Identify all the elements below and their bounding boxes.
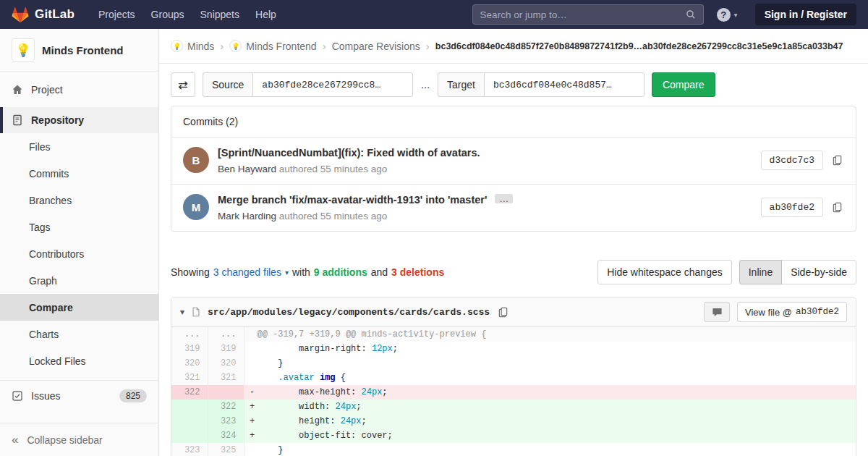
commit-title-link[interactable]: Merge branch 'fix/max-avatar-width-1913'… <box>218 194 487 206</box>
sidebar-item-repository[interactable]: Repository <box>0 107 158 133</box>
diff-sign: + <box>247 414 258 428</box>
copy-sha-button[interactable] <box>830 200 844 214</box>
collapse-diff-caret-icon[interactable]: ▾ <box>180 307 184 317</box>
diff-sign: + <box>247 400 258 414</box>
commit-author-avatar[interactable]: B <box>183 147 209 173</box>
source-ref-dropdown[interactable]: ab30fde28ce267299cc8… <box>252 72 413 97</box>
toggle-comments-button[interactable] <box>704 302 730 322</box>
breadcrumb-link[interactable]: Compare Revisions <box>332 41 420 52</box>
navbar-link[interactable]: Snippets <box>192 1 247 28</box>
project-header[interactable]: 💡 Minds Frontend <box>0 29 158 72</box>
copy-sha-button[interactable] <box>830 153 844 167</box>
navbar-links: Projects Groups Snippets Help <box>90 1 284 28</box>
line-code: } <box>258 445 284 455</box>
diff-line: 322 + width: 24px; <box>171 400 856 414</box>
collapse-sidebar-button[interactable]: « Collapse sidebar <box>0 423 158 456</box>
comment-icon <box>712 307 723 318</box>
breadcrumb-current: bc3d6cdf084e0c48d857f27e0b8489872741f2b9… <box>435 41 843 51</box>
view-file-button[interactable]: View file @ ab30fde2 <box>737 302 847 322</box>
new-line-number[interactable] <box>208 385 244 400</box>
sidebar-subitem[interactable]: Graph <box>0 267 158 294</box>
old-line-number[interactable]: 323 <box>171 443 208 456</box>
sign-in-register-button[interactable]: Sign in / Register <box>755 4 856 25</box>
project-avatar: 💡 <box>12 38 35 62</box>
commit-author-avatar[interactable]: M <box>183 194 209 220</box>
new-line-number[interactable]: 324 <box>208 428 244 443</box>
search-input[interactable] <box>480 9 686 20</box>
project-name: Minds Frontend <box>42 44 124 56</box>
line-code: object-fit: cover; <box>258 431 393 441</box>
line-code: margin-right: 12px; <box>258 344 398 354</box>
new-line-number[interactable]: 322 <box>208 400 244 414</box>
sidebar-subitem[interactable]: Commits <box>0 160 158 187</box>
diff-lines: ... ... @@ -319,7 +319,9 @@ minds-activi… <box>171 327 856 456</box>
sidebar-subitem[interactable]: Contributors <box>0 240 158 267</box>
help-menu[interactable]: ? ▾ <box>717 8 738 22</box>
navbar-link[interactable]: Help <box>247 1 284 28</box>
global-search[interactable] <box>472 4 704 25</box>
old-line-number[interactable] <box>171 400 208 414</box>
line-content: + height: 24px; <box>244 414 856 428</box>
brand-name: GitLab <box>35 7 75 22</box>
side-by-side-view-button[interactable]: Side-by-side <box>781 260 856 284</box>
navbar-link[interactable]: Projects <box>90 1 143 28</box>
old-line-number[interactable] <box>171 414 208 428</box>
breadcrumb-link[interactable]: Minds <box>187 41 214 52</box>
new-line-number[interactable]: 323 <box>208 414 244 428</box>
old-line-number[interactable]: 322 <box>171 385 208 400</box>
deletions-count: 3 deletions <box>391 266 444 278</box>
sidebar-subitem[interactable]: Files <box>0 133 158 160</box>
sidebar-item-issues[interactable]: Issues 825 <box>0 382 158 410</box>
old-line-number[interactable]: 321 <box>171 371 208 385</box>
view-file-sha: ab30fde2 <box>796 307 839 317</box>
breadcrumb-link[interactable]: Minds Frontend <box>246 41 316 52</box>
swap-revisions-button[interactable]: ⇄ <box>171 72 195 97</box>
new-line-number[interactable]: ... <box>208 327 244 342</box>
sidebar-subitem[interactable]: Branches <box>0 187 158 214</box>
sidebar-subitem[interactable]: Compare <box>0 294 158 321</box>
sidebar-divider <box>0 380 158 381</box>
main-content: 💡 Minds › 💡 Minds Frontend › Compare Rev… <box>159 29 868 456</box>
old-line-number[interactable]: 319 <box>171 342 208 356</box>
changed-files-dropdown[interactable]: 3 changed files ▾ <box>213 266 289 278</box>
new-line-number[interactable]: 325 <box>208 443 244 456</box>
new-line-number[interactable]: 321 <box>208 371 244 385</box>
additions-count: 9 additions <box>314 266 367 278</box>
target-ref-dropdown[interactable]: bc3d6cdf084e0c48d857… <box>484 72 644 97</box>
commit-sha-button[interactable]: d3cdc7c3 <box>761 151 823 170</box>
sidebar-subitem[interactable]: Charts <box>0 321 158 347</box>
commit-title-link[interactable]: [Sprint/NuancedNumbat](fix): Fixed width… <box>218 147 480 159</box>
line-content: } <box>244 443 856 456</box>
old-line-number[interactable] <box>171 428 208 443</box>
gitlab-tanuki-icon <box>12 6 29 23</box>
file-icon <box>191 306 201 318</box>
clipboard-icon <box>832 155 843 166</box>
hide-whitespace-button[interactable]: Hide whitespace changes <box>597 260 732 284</box>
expand-commit-description-button[interactable]: … <box>495 194 513 203</box>
old-line-number[interactable]: 320 <box>171 356 208 371</box>
commit-author-link[interactable]: Mark Harding <box>218 211 276 221</box>
copy-file-path-button[interactable] <box>496 305 510 319</box>
search-icon <box>686 9 696 20</box>
navbar-link[interactable]: Groups <box>143 1 192 28</box>
issues-count-badge: 825 <box>119 389 147 402</box>
gitlab-home-link[interactable]: GitLab <box>12 6 75 23</box>
old-line-number[interactable]: ... <box>171 327 208 342</box>
compare-button[interactable]: Compare <box>652 72 715 97</box>
sidebar-item-project[interactable]: Project <box>0 76 158 104</box>
new-line-number[interactable]: 320 <box>208 356 244 371</box>
sidebar-subitem[interactable]: Locked Files <box>0 347 158 374</box>
line-content: - max-height: 24px; <box>244 385 856 400</box>
source-label: Source <box>203 72 252 97</box>
top-navbar: GitLab Projects Groups Snippets Help ? ▾… <box>0 0 868 29</box>
commit-author-link[interactable]: Ben Hayward <box>218 164 276 174</box>
commit-sha-button[interactable]: ab30fde2 <box>761 198 823 217</box>
sidebar-subitem[interactable]: Tags <box>0 214 158 240</box>
diff-line: 320 320 } <box>171 356 856 371</box>
left-sidebar: 💡 Minds Frontend Project Repository File… <box>0 29 159 456</box>
new-line-number[interactable]: 319 <box>208 342 244 356</box>
line-code: max-height: 24px; <box>258 387 388 397</box>
repository-subnav: Files Commits Branches Tags Contributors <box>0 133 158 374</box>
commit-list: B [Sprint/NuancedNumbat](fix): Fixed wid… <box>171 138 856 231</box>
inline-view-button[interactable]: Inline <box>739 260 782 284</box>
